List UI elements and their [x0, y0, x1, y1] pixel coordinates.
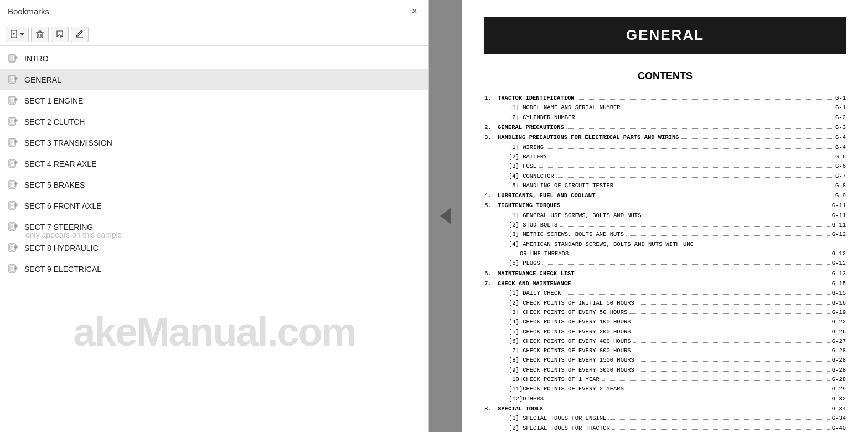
toc-entry: [2] STUD BOLTS G-11 — [484, 220, 846, 230]
toc-entry: 4. LUBRICANTS, FUEL AND COOLANT G-9 — [484, 191, 846, 200]
bookmark-item-sect8[interactable]: SECT 8 HYDRAULIC — [0, 238, 428, 259]
bookmark-page-icon — [8, 137, 19, 148]
toc-entry: [2] SPECIAL TOOLS FOR TRACTOR G-40 — [484, 424, 846, 432]
nav-arrow-left[interactable] — [440, 208, 451, 224]
bookmark-page-icon — [8, 95, 19, 106]
bookmark-item-sect1[interactable]: SECT 1 ENGINE — [0, 90, 428, 111]
toc-entry: [12]OTHERS G-32 — [484, 394, 846, 404]
doc-title: GENERAL — [484, 27, 846, 44]
toc-entry: [1] GENERAL USE SCREWS, BOLTS AND NUTS G… — [484, 211, 846, 220]
toc-entry: [5] CHECK POINTS OF EVERY 200 HOURS G-26 — [484, 327, 846, 337]
bookmark-item-sect3[interactable]: SECT 3 TRANSMISSION — [0, 132, 428, 153]
toc-entry: [1] DAILY CHECK G-15 — [484, 289, 846, 298]
rename-icon — [75, 30, 84, 39]
svg-line-13 — [81, 30, 82, 32]
toc-entry: [4] CONNECTOR G-7 — [484, 172, 846, 181]
svg-rect-4 — [37, 33, 43, 38]
bookmark-item-intro[interactable]: INTRO — [0, 48, 428, 69]
bookmark-item-general[interactable]: GENERAL — [0, 69, 428, 90]
bookmark-item-sect4[interactable]: SECT 4 REAR AXLE — [0, 153, 428, 174]
bookmark-page-icon — [8, 200, 19, 212]
bookmark-item-sect2[interactable]: SECT 2 CLUTCH — [0, 111, 428, 132]
bookmark-item-sect6[interactable]: SECT 6 FRONT AXLE — [0, 196, 428, 217]
bookmark-label: SECT 6 FRONT AXLE — [24, 202, 102, 210]
bookmark-item-sect9[interactable]: SECT 9 ELECTRICAL — [0, 259, 428, 280]
toc-entry: [6] CHECK POINTS OF EVERY 400 HOURS G-27 — [484, 337, 846, 346]
toc-entry: [4] AMERICAN STANDARD SCREWS, BOLTS AND … — [484, 240, 846, 249]
bookmark-label: SECT 2 CLUTCH — [24, 117, 85, 126]
delete-bookmark-button[interactable] — [31, 27, 49, 42]
main-content: GENERAL CONTENTS 1. TRACTOR IDENTIFICATI… — [429, 0, 868, 432]
dropdown-arrow-icon — [20, 33, 24, 36]
toc-entry: 1. TRACTOR IDENTIFICATION G-1 — [484, 93, 846, 103]
bookmark-label: SECT 7 STEERING — [24, 223, 93, 232]
bookmark-page-icon — [8, 158, 19, 169]
toc-entry: [2] CYLINDER NUMBER G-2 — [484, 113, 846, 122]
toc-entry: [2] CHECK POINTS OF INITIAL 50 HOURS G-1… — [484, 299, 846, 308]
bookmarks-title: Bookmarks — [8, 7, 49, 16]
toc-entry: 3. HANDLING PRECAUTIONS FOR ELECTRICAL P… — [484, 132, 846, 142]
doc-header: GENERAL — [484, 17, 846, 54]
toc-entry: 7. CHECK AND MAINTENANCE G-15 — [484, 279, 846, 289]
bookmark-item-sect7[interactable]: SECT 7 STEERING — [0, 217, 428, 238]
toc-entry: [5] PLUGS G-12 — [484, 259, 846, 268]
toc-entry: [7] CHECK POINTS OF EVERY 800 HOURS G-28 — [484, 346, 846, 356]
add-child-bookmark-button[interactable] — [51, 27, 69, 42]
bookmark-label: SECT 3 TRANSMISSION — [24, 138, 112, 147]
bookmarks-header: Bookmarks × — [0, 0, 428, 23]
bookmark-page-icon — [8, 264, 19, 275]
new-bookmark-button[interactable] — [6, 27, 29, 42]
bookmark-label: INTRO — [24, 54, 49, 63]
bookmark-page-icon — [8, 74, 19, 85]
bookmark-page-icon — [8, 116, 19, 127]
bookmark-label: GENERAL — [24, 75, 61, 84]
toc-entry: 8. SPECIAL TOOLS G-34 — [484, 404, 846, 414]
toc-entry: [1] MODEL NAME AND SERIAL NUMBER G-1 — [484, 103, 846, 112]
rename-bookmark-button[interactable] — [71, 27, 89, 42]
bookmark-child-icon — [55, 30, 64, 39]
bookmark-label: SECT 1 ENGINE — [24, 96, 83, 105]
bookmark-add-icon — [10, 30, 19, 39]
close-button[interactable]: × — [408, 4, 421, 18]
bookmark-label: SECT 5 BRAKES — [24, 181, 85, 189]
page-nav-left — [429, 0, 462, 432]
bookmark-label: SECT 8 HYDRAULIC — [24, 244, 99, 253]
toc-entry: [11]CHECK POINTS OF EVERY 2 YEARS G-29 — [484, 384, 846, 394]
bookmark-page-icon — [8, 243, 19, 254]
toc-entry: [1] SPECIAL TOOLS FOR ENGINE G-34 — [484, 414, 846, 423]
toc-entry: 5. TIGHTENING TORQUES G-11 — [484, 200, 846, 210]
delete-icon — [35, 30, 44, 39]
toc-entry: [8] CHECK POINTS OF EVERY 1500 HOURS G-2… — [484, 356, 846, 365]
toc-entry: [4] CHECK POINTS OF EVERY 100 HOURS G-22 — [484, 317, 846, 327]
bookmarks-panel: Bookmarks × — [0, 0, 429, 432]
toc-entry: [3] CHECK POINTS OF EVERY 50 HOURS G-19 — [484, 308, 846, 317]
bookmark-page-icon — [8, 53, 19, 64]
toc-entry: 6. MAINTENANCE CHECK LIST G-13 — [484, 269, 846, 279]
toc-entry: [2] BATTERY G-6 — [484, 152, 846, 162]
bookmark-item-sect5[interactable]: SECT 5 BRAKES — [0, 174, 428, 196]
toc-entry: [3] METRIC SCREWS, BOLTS AND NUTS G-12 — [484, 230, 846, 239]
toc-entry: 2. GENERAL PRECAUTIONS G-3 — [484, 122, 846, 132]
bookmarks-list: INTRO GENERAL — [0, 46, 428, 432]
bookmark-page-icon — [8, 179, 19, 191]
bookmark-page-icon — [8, 222, 19, 233]
bookmark-label: SECT 4 REAR AXLE — [24, 160, 96, 168]
svg-marker-3 — [20, 33, 24, 35]
toc-table: 1. TRACTOR IDENTIFICATION G-1 [1] MODEL … — [484, 93, 846, 432]
bookmark-label: SECT 9 ELECTRICAL — [24, 265, 101, 274]
contents-title: CONTENTS — [484, 70, 846, 82]
toc-entry: [1] WIRING G-4 — [484, 143, 846, 152]
toc-entry: [10]CHECK POINTS OF 1 YEAR G-28 — [484, 375, 846, 384]
toc-entry: [3] FUSE G-6 — [484, 162, 846, 171]
document-page: GENERAL CONTENTS 1. TRACTOR IDENTIFICATI… — [462, 0, 868, 432]
bookmarks-toolbar — [0, 23, 428, 46]
toc-entry: OR UNF THREADS G-12 — [484, 249, 846, 259]
toc-entry: [9] CHECK POINTS OF EVERY 3000 HOURS G-2… — [484, 366, 846, 375]
toc-entry: [5] HANDLING OF CIRCUIT TESTER G-8 — [484, 181, 846, 191]
